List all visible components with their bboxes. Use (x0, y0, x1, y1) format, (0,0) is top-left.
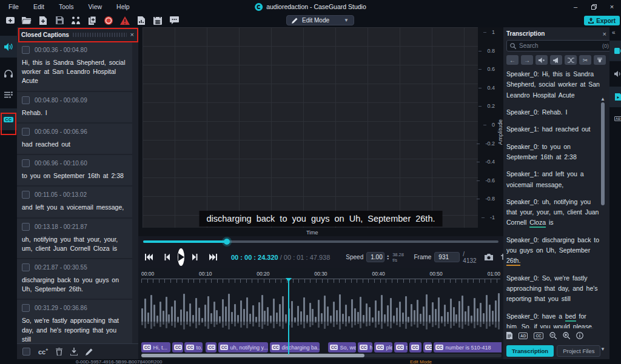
search-input[interactable] (519, 42, 599, 49)
caption-text[interactable]: to you on September 16th at 2:38 (22, 171, 127, 180)
info-icon[interactable] (576, 332, 583, 339)
mute-button[interactable] (594, 55, 606, 65)
scroll-up-icon[interactable]: ▲ (600, 96, 605, 102)
caption-clip[interactable]: CC C (172, 342, 183, 352)
timeline-panel[interactable]: 00:0000:1000:2000:3000:4000:5001:00 CC H… (138, 268, 503, 359)
schedule-icon[interactable] (152, 15, 163, 26)
tab-project-files[interactable]: Project Files (557, 345, 600, 357)
transcript-entry[interactable]: Speaker_0: have a bed for him. So, if yo… (506, 311, 600, 328)
skip-to-start-button[interactable] (144, 254, 153, 260)
caption-text[interactable]: Rehab. I (22, 108, 127, 117)
frame-input[interactable]: 931 (434, 252, 460, 262)
timeline-ruler[interactable] (141, 279, 500, 283)
caption-clip[interactable]: CC uh, notifying y... (218, 342, 268, 352)
caption-clip[interactable]: CC . (206, 342, 217, 352)
announce-button[interactable] (550, 55, 562, 65)
menu-item[interactable]: Tools (53, 2, 80, 12)
caption-text[interactable]: So, we're fastly approaching that day, a… (22, 316, 127, 343)
seek-thumb[interactable] (224, 239, 230, 245)
panel-drag-grip[interactable] (73, 33, 127, 37)
transcript-entry[interactable]: Speaker_0: to you on September 16th at 2… (506, 142, 600, 163)
zoom-out-icon[interactable] (549, 332, 557, 339)
audio-tool-button[interactable] (0, 36, 17, 58)
caption-item[interactable]: 00:06.09 - 00:06.96 had reached out (17, 124, 132, 155)
snapshot-button[interactable] (485, 254, 493, 260)
add-file-icon[interactable] (38, 15, 49, 26)
delete-caption-icon[interactable] (56, 348, 62, 356)
next-frame-button[interactable] (192, 254, 198, 260)
ab-compare-button[interactable]: AB (609, 112, 621, 125)
add-caption-icon[interactable]: cc+ (38, 348, 48, 356)
caption-item[interactable]: 00:11.05 - 00:13.02 and left you a voice… (17, 187, 132, 218)
transcript-list[interactable]: Speaker_0: Hi, this is Sandra Shepherd, … (506, 69, 606, 328)
caption-checkbox[interactable] (22, 128, 30, 136)
save-icon[interactable] (54, 15, 65, 26)
audio-monitor-button[interactable] (0, 62, 17, 84)
caption-checkbox[interactable] (22, 191, 30, 199)
playhead[interactable] (288, 279, 289, 354)
caption-clip[interactable]: CC ple... (374, 342, 392, 352)
transcript-scrollbar[interactable]: ▲ ▼ (600, 98, 605, 351)
shuffle-button[interactable] (565, 55, 577, 65)
download-captions-icon[interactable] (70, 348, 78, 356)
previous-frame-button[interactable] (164, 254, 170, 260)
caption-checkbox[interactable] (22, 304, 30, 312)
timeline-horizontal-scrollbar[interactable] (141, 354, 502, 357)
caption-item[interactable]: 00:04.80 - 00:06.09 Rehab. I (17, 92, 132, 124)
transcript-entry[interactable]: Speaker_1: had reached out (506, 124, 600, 134)
closed-captions-tool-button[interactable]: CC (0, 108, 17, 130)
collapse-panel-icon[interactable]: « (609, 27, 621, 36)
closed-captions-header[interactable]: Closed Captions × (17, 27, 138, 42)
closed-captions-toggle[interactable]: CC (534, 333, 543, 339)
menu-item[interactable]: View (82, 2, 109, 12)
caption-item[interactable]: 00:13.18 - 00:21.87 uh, notifying you th… (17, 219, 132, 259)
select-all-checkbox[interactable] (22, 348, 30, 356)
seek-bar[interactable] (143, 240, 498, 243)
caption-checkbox[interactable] (22, 263, 30, 271)
caption-text[interactable]: uh, notifying you that your, your, um, c… (22, 235, 127, 253)
transcript-entry[interactable]: Speaker_1: and left you a voicemail mess… (506, 169, 600, 190)
waveform-viewer[interactable]: 10.80.60.40.20-0.2-0.4-0.6-0.8-1 Amplitu… (138, 27, 503, 236)
skip-to-end-button[interactable] (209, 254, 218, 260)
caption-item[interactable]: 00:21.87 - 00:30.55 discharging back to … (17, 259, 132, 300)
timeline-waveform[interactable] (141, 286, 500, 331)
transcript-entry[interactable]: Speaker_0: So, we're fastly approaching … (506, 273, 600, 305)
restore-button[interactable] (585, 0, 603, 13)
close-transcription-icon[interactable]: × (603, 30, 606, 38)
scroll-down-icon[interactable]: ▼ (600, 346, 605, 352)
audio-panel-button[interactable] (609, 66, 621, 82)
transcript-entry[interactable]: Speaker_0: Hi, this is Sandra Shepherd, … (506, 69, 600, 101)
speed-stepper[interactable]: ▲▼ (386, 254, 389, 260)
menu-item[interactable]: File (2, 2, 25, 12)
document-icon[interactable] (506, 332, 512, 339)
caption-clip[interactable]: CC number is 510-418 (434, 342, 502, 352)
caption-checkbox[interactable] (22, 223, 30, 231)
alerts-icon[interactable] (119, 15, 130, 26)
caption-item[interactable]: 00:06.96 - 00:10.60 to you on September … (17, 155, 132, 187)
open-file-icon[interactable] (21, 15, 32, 26)
previous-match-button[interactable]: ← (506, 55, 519, 65)
amplitude-plot-grid[interactable] (143, 27, 478, 228)
play-button[interactable] (178, 248, 184, 266)
people-tracking-icon[interactable] (70, 15, 81, 26)
media-tool-button[interactable] (609, 41, 621, 61)
caption-item[interactable]: 00:00.36 - 00:04.80 Hi, this is Sandra S… (17, 42, 132, 92)
caption-clip[interactable]: CC discharging ba... (270, 342, 320, 352)
volume-button[interactable] (535, 55, 548, 65)
speed-input[interactable]: 1.00 (366, 252, 384, 262)
tab-transcription[interactable]: Transcription (506, 345, 554, 357)
menu-item[interactable]: Help (110, 2, 136, 12)
menu-item[interactable]: Edit (27, 2, 50, 12)
video-file-button[interactable] (609, 87, 621, 107)
zoom-in-icon[interactable] (563, 332, 570, 339)
new-project-icon[interactable] (5, 15, 16, 26)
caption-clip[interactable]: CC to... (184, 342, 203, 352)
transcript-entry[interactable]: Speaker_0: Rehab. I (506, 107, 600, 117)
transcript-entry[interactable]: Speaker_0: uh, notifying you that your, … (506, 197, 600, 228)
record-icon[interactable] (103, 15, 114, 26)
caption-clip[interactable]: CC Hi, t... (141, 342, 170, 352)
caption-checkbox[interactable] (22, 46, 30, 54)
caption-text[interactable]: and left you a voicemail message, (22, 203, 127, 212)
cut-button[interactable]: ✂ (579, 55, 591, 65)
minimize-button[interactable]: – (566, 0, 585, 13)
